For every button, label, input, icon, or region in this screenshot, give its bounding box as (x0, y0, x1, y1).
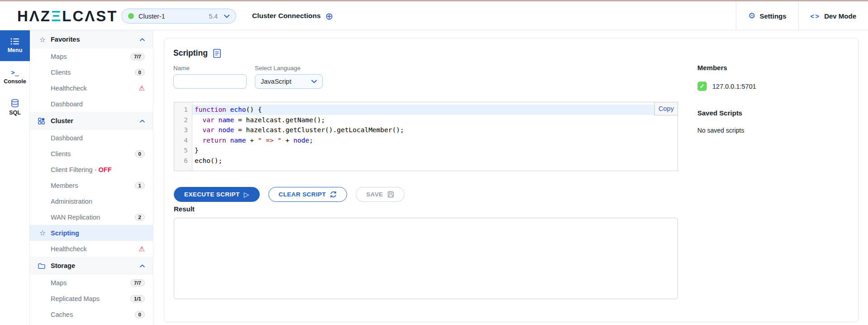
star-icon: ☆ (38, 229, 47, 237)
sidebar-label: Maps (51, 53, 67, 60)
line-number: 6 (174, 156, 192, 166)
dev-mode-button[interactable]: <> Dev Mode (798, 1, 868, 30)
hazelcast-logo: HΛZΞLCΛST (17, 8, 118, 25)
result-label: Result (174, 205, 195, 213)
sidebar-item-healthcheck[interactable]: Healthcheck⚠ (30, 80, 153, 96)
line-number: 3 (174, 125, 192, 135)
page-title: Scripting (173, 48, 208, 58)
execute-script-button[interactable]: EXECUTE SCRIPT ▷ (174, 187, 260, 202)
chevron-up-icon (140, 264, 145, 268)
count-badge: 7/7 (130, 279, 145, 287)
script-name-input[interactable] (173, 74, 247, 89)
sidebar-item-maps[interactable]: Maps7/7 (30, 275, 153, 291)
sidebar-item-clients[interactable]: Clients0 (30, 64, 153, 80)
rail-console-label: Console (4, 78, 26, 85)
sidebar-section-storage[interactable]: Storage (30, 257, 153, 275)
terminal-icon: >_ (11, 69, 19, 76)
count-badge: 0 (135, 150, 145, 158)
code-editor[interactable]: 123456 function echo() { var name = haze… (174, 102, 678, 171)
play-icon: ▷ (244, 191, 249, 198)
clear-script-label: CLEAR SCRIPT (279, 191, 326, 198)
sidebar-nav: ☆FavoritesMaps7/7Clients0Healthcheck⚠Das… (30, 30, 153, 325)
member-healthy-check-icon: ✓ (697, 81, 707, 91)
rail-menu-label: Menu (8, 47, 23, 53)
refresh-icon (330, 191, 337, 198)
sidebar-label: Storage (51, 262, 75, 269)
star-icon: ☆ (38, 35, 47, 44)
sidebar-item-administration[interactable]: Administration (30, 193, 153, 209)
rail-sql-label: SQL (9, 110, 21, 116)
settings-label: Settings (759, 12, 786, 20)
editor-code-area[interactable]: function echo() { var name = hazelcast.g… (192, 102, 677, 171)
cluster-version: 5.4 (209, 13, 224, 20)
right-panel: Members ✓127.0.0.1:5701 Saved Scripts No… (697, 64, 851, 134)
sidebar-label: Clients (51, 69, 71, 76)
menu-list-icon (10, 38, 19, 45)
clear-script-button[interactable]: CLEAR SCRIPT (268, 187, 348, 202)
sidebar-item-clients[interactable]: Clients0 (30, 146, 153, 162)
warning-triangle-icon: ⚠ (139, 85, 145, 91)
grid-icon (38, 118, 47, 124)
sidebar-label: Members (51, 182, 78, 189)
count-badge: 1/1 (130, 295, 145, 302)
member-address: 127.0.0.1:5701 (712, 83, 756, 90)
add-cluster-connection-icon[interactable]: ⊕ (325, 11, 334, 21)
count-badge: 0 (135, 311, 145, 318)
members-list: ✓127.0.0.1:5701 (697, 81, 851, 91)
rail-item-menu[interactable]: Menu (0, 30, 30, 61)
execute-script-label: EXECUTE SCRIPT (184, 191, 240, 198)
sidebar-label: Favorites (51, 36, 80, 43)
sidebar-label: Replicated Maps (51, 295, 100, 302)
copy-button[interactable]: Copy (654, 102, 678, 115)
rail-item-console[interactable]: >_ Console (0, 61, 30, 92)
save-button[interactable]: SAVE (356, 187, 404, 202)
member-row[interactable]: ✓127.0.0.1:5701 (697, 81, 851, 91)
database-icon (11, 99, 19, 107)
count-badge: 7/7 (130, 53, 145, 60)
line-number: 5 (174, 145, 192, 156)
cluster-connections[interactable]: Cluster Connections ⊕ (252, 1, 333, 30)
language-field-label: Select Language (255, 65, 323, 72)
sidebar-item-dashboard[interactable]: Dashboard (30, 96, 153, 112)
sidebar-item-replicated-maps[interactable]: Replicated Maps1/1 (30, 291, 153, 306)
saved-scripts-empty: No saved scripts (697, 127, 851, 134)
sidebar-item-dashboard[interactable]: Dashboard (30, 130, 153, 146)
sidebar-section-cluster[interactable]: Cluster (30, 112, 153, 130)
sidebar-label: Scripting (51, 229, 79, 237)
sidebar-item-wan-replication[interactable]: WAN Replication2 (30, 209, 153, 225)
cluster-name: Cluster-1 (138, 13, 165, 20)
count-badge: 1 (135, 182, 145, 189)
members-title: Members (697, 64, 851, 72)
sidebar-label: Clients (51, 150, 71, 158)
document-icon[interactable] (213, 49, 221, 58)
gear-icon: ⚙ (748, 12, 755, 20)
warning-triangle-icon: ⚠ (139, 245, 145, 252)
sidebar-label: Administration (51, 198, 92, 205)
code-line: function echo() { (192, 105, 677, 115)
sidebar-item-maps[interactable]: Maps7/7 (30, 48, 153, 64)
sidebar-item-healthcheck[interactable]: Healthcheck⚠ (30, 241, 153, 257)
scripting-card: Scripting Name Select Language JavaScrip… (164, 38, 858, 322)
code-line: var node = hazelcast.getCluster().getLoc… (192, 125, 677, 135)
code-line: var name = hazelcast.getName(); (192, 115, 677, 125)
sidebar-label: Caches (51, 311, 73, 318)
sidebar-item-members[interactable]: Members1 (30, 177, 153, 193)
sidebar-item-scripting[interactable]: ☆Scripting (30, 225, 153, 241)
cluster-connections-label: Cluster Connections (252, 12, 321, 20)
sidebar-label: Cluster (51, 117, 73, 124)
rail-item-sql[interactable]: SQL (0, 92, 30, 123)
dev-mode-label: Dev Mode (824, 12, 856, 20)
result-output[interactable] (174, 218, 678, 299)
sidebar-item-client-filtering[interactable]: Client Filtering - OFF (30, 162, 153, 177)
language-selected-value: JavaScript (261, 78, 291, 85)
code-line: echo(); (192, 156, 677, 166)
settings-button[interactable]: ⚙ Settings (736, 1, 798, 30)
language-select[interactable]: JavaScript (255, 74, 323, 89)
sidebar-label: Dashboard (51, 100, 83, 108)
sidebar-item-caches[interactable]: Caches0 (30, 306, 153, 322)
save-floppy-icon (387, 191, 394, 198)
count-badge: 2 (135, 214, 145, 221)
cluster-switcher[interactable]: Cluster-1 5.4 (121, 9, 236, 24)
sidebar-section-favorites[interactable]: ☆Favorites (30, 30, 153, 48)
name-field-label: Name (173, 65, 247, 72)
